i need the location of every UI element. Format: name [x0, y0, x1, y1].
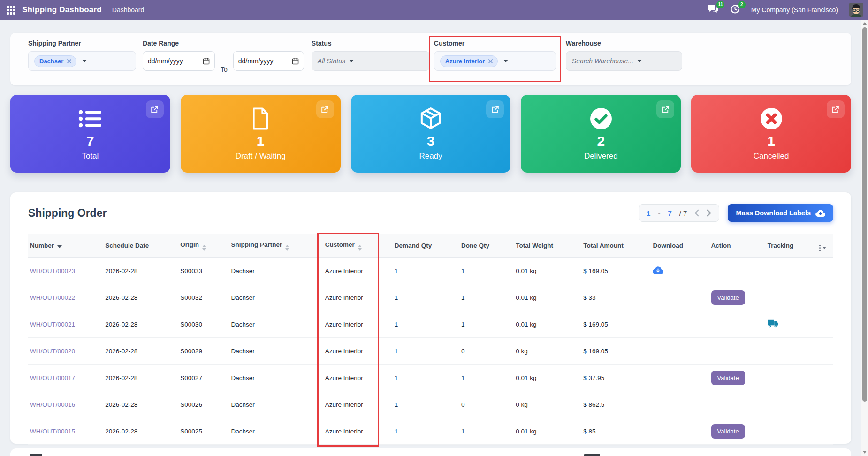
- order-number-link[interactable]: WH/OUT/00022: [30, 294, 75, 301]
- customer-chip: Azure Interior: [440, 55, 498, 67]
- shipping-partner-select[interactable]: Dachser: [28, 51, 136, 71]
- company-switcher[interactable]: My Company (San Francisco): [751, 6, 838, 14]
- date-to-input[interactable]: dd/mm/yyyy: [233, 51, 304, 71]
- validate-button[interactable]: Validate: [711, 290, 745, 305]
- external-link-icon[interactable]: [827, 100, 845, 118]
- schedule-date-cell: 2026-02-28: [103, 311, 178, 338]
- column-header-customer[interactable]: Customer: [323, 234, 393, 258]
- scroll-up-arrow-icon[interactable]: [863, 22, 867, 25]
- customer-cell: Azure Interior: [323, 418, 393, 445]
- vertical-scrollbar[interactable]: [861, 20, 868, 456]
- column-header-action: Action: [709, 234, 766, 258]
- origin-cell: S00033: [178, 258, 229, 284]
- schedule-date-cell: 2026-02-28: [103, 365, 178, 391]
- demand-qty-cell: 1: [393, 418, 459, 445]
- calendar-icon[interactable]: [292, 58, 299, 65]
- validate-button[interactable]: Validate: [711, 424, 745, 439]
- card-value: 3: [351, 133, 511, 149]
- shipping-order-panel: Shipping Order 1 - 7 / 7 Mass Download L…: [10, 192, 851, 444]
- schedule-date-cell: 2026-02-28: [103, 391, 178, 418]
- card-value: 1: [691, 133, 851, 149]
- order-number-link[interactable]: WH/OUT/00015: [30, 428, 75, 435]
- card-value: 2: [521, 133, 681, 149]
- external-link-icon[interactable]: [316, 100, 334, 118]
- mass-download-labels-button[interactable]: Mass Download Labels: [728, 204, 833, 222]
- cloud-download-icon: [815, 209, 825, 217]
- scrollbar-thumb[interactable]: [862, 27, 867, 402]
- card-draft-waiting[interactable]: 1 Draft / Waiting: [181, 95, 341, 173]
- status-select[interactable]: All Status: [312, 51, 430, 71]
- scroll-down-arrow-icon[interactable]: [863, 451, 867, 454]
- shipping-partner-cell: Dachser: [229, 311, 323, 338]
- total-amount-cell: $ 169.05: [581, 338, 651, 365]
- table-row: WH/OUT/00023 2026-02-28 S00033 Dachser A…: [28, 258, 833, 284]
- shipping-partner-cell: Dachser: [229, 365, 323, 391]
- date-range-label: Date Range: [143, 39, 215, 47]
- validate-button[interactable]: Validate: [711, 371, 745, 385]
- done-qty-cell: 1: [459, 311, 514, 338]
- chip-remove-icon[interactable]: [488, 59, 493, 63]
- total-amount-cell: $ 37.95: [581, 365, 651, 391]
- card-cancelled[interactable]: 1 Cancelled: [691, 95, 851, 173]
- page-title: Shipping Order: [28, 207, 107, 220]
- chevron-down-icon: [637, 60, 642, 62]
- column-header-total-amount: Total Amount: [581, 234, 651, 258]
- total-weight-cell: 0 kg: [514, 391, 581, 418]
- shipping-partner-cell: Dachser: [229, 284, 323, 311]
- order-number-link[interactable]: WH/OUT/00020: [30, 348, 75, 355]
- column-header-number[interactable]: Number: [28, 234, 103, 258]
- external-link-icon[interactable]: [146, 100, 164, 118]
- download-cloud-icon[interactable]: [653, 266, 663, 274]
- shipping-partner-chip: Dachser: [34, 55, 76, 67]
- column-options-icon[interactable]: [817, 234, 833, 258]
- table-row: WH/OUT/00016 2026-02-28 S00026 Dachser A…: [28, 391, 833, 418]
- apps-grid-icon[interactable]: [7, 6, 15, 15]
- chip-remove-icon[interactable]: [67, 59, 71, 63]
- origin-cell: S00027: [178, 365, 229, 391]
- total-amount-cell: $ 862.5: [581, 391, 651, 418]
- done-qty-cell: 1: [459, 418, 514, 445]
- external-link-icon[interactable]: [486, 100, 504, 118]
- table-row: WH/OUT/00022 2026-02-28 S00032 Dachser A…: [28, 284, 833, 311]
- menu-dashboard[interactable]: Dashboard: [112, 6, 145, 14]
- total-amount-cell: $ 169.05: [581, 311, 651, 338]
- card-ready[interactable]: 3 Ready: [351, 95, 511, 173]
- total-weight-cell: 0.01 kg: [514, 418, 581, 445]
- demand-qty-cell: 1: [393, 365, 459, 391]
- card-total[interactable]: 7 Total: [10, 95, 170, 173]
- order-number-link[interactable]: WH/OUT/00016: [30, 401, 75, 408]
- activities-menu[interactable]: 2: [730, 4, 740, 16]
- card-label: Draft / Waiting: [181, 152, 341, 161]
- column-header-origin[interactable]: Origin: [178, 234, 229, 258]
- shipping-partner-cell: Dachser: [229, 338, 323, 365]
- column-header-done-qty: Done Qty: [459, 234, 514, 258]
- warehouse-search-input[interactable]: Search Warehouse...: [566, 51, 682, 71]
- external-link-icon[interactable]: [656, 100, 674, 118]
- activities-badge: 2: [738, 1, 746, 8]
- origin-cell: S00030: [178, 311, 229, 338]
- sort-desc-icon: [57, 245, 62, 248]
- calendar-icon[interactable]: [203, 58, 210, 65]
- page-total: / 7: [679, 209, 687, 217]
- orders-table: Number Schedule Date Origin Shipping Par…: [28, 234, 833, 445]
- order-number-link[interactable]: WH/OUT/00021: [30, 321, 75, 328]
- chevron-down-icon: [503, 60, 508, 62]
- card-label: Cancelled: [691, 152, 851, 161]
- pagination: 1 - 7 / 7: [639, 204, 719, 222]
- sort-icon: [358, 245, 362, 251]
- date-from-input[interactable]: dd/mm/yyyy: [143, 51, 215, 71]
- column-header-shipping-partner[interactable]: Shipping Partner: [229, 234, 323, 258]
- customer-select[interactable]: Azure Interior: [434, 51, 556, 71]
- messages-badge: 11: [716, 1, 724, 8]
- truck-icon[interactable]: [768, 319, 779, 328]
- chevron-left-icon[interactable]: [694, 209, 699, 217]
- order-number-link[interactable]: WH/OUT/00017: [30, 374, 75, 381]
- user-avatar[interactable]: [849, 3, 863, 17]
- status-label: Status: [312, 39, 430, 47]
- chevron-right-icon[interactable]: [707, 209, 711, 217]
- order-number-link[interactable]: WH/OUT/00023: [30, 267, 75, 274]
- messages-menu[interactable]: 11: [708, 4, 719, 16]
- stat-cards: 7 Total 1 Draft / Waiting 3 Ready: [10, 95, 851, 173]
- filters-panel: Shipping Partner Dachser Date Range dd/m…: [10, 33, 851, 85]
- card-delivered[interactable]: 2 Delivered: [521, 95, 681, 173]
